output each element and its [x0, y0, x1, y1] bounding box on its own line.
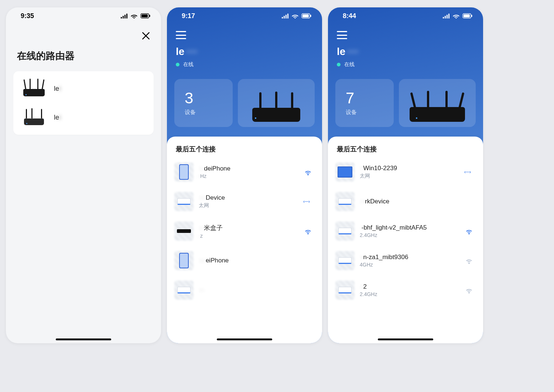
device-text: ···deiPhone·Hz: [199, 165, 296, 179]
connection-type-icon: [303, 228, 313, 234]
router-list-item[interactable]: lei: [13, 103, 154, 132]
device-subtext: 2.4GHz: [360, 291, 457, 297]
wifi-icon: [452, 13, 460, 18]
router-image: [247, 92, 306, 122]
svg-text:‹···›: ‹···›: [464, 169, 471, 175]
connection-type-icon: [464, 257, 474, 264]
online-label: 在线: [344, 61, 355, 68]
device-count: 7: [346, 90, 354, 106]
device-type-icon: [337, 252, 353, 269]
device-row[interactable]: ····Device太网‹···›: [167, 187, 322, 216]
svg-rect-4: [302, 14, 309, 17]
router-icon: [22, 81, 46, 96]
device-row[interactable]: ··n-za1_mibt93064GHz: [328, 246, 483, 275]
device-type-icon: [337, 282, 353, 298]
online-label: 在线: [183, 61, 194, 68]
section-title: 最后五个连接: [176, 145, 313, 154]
device-count-label: 设备: [185, 109, 196, 116]
device-subtext: 太网: [360, 173, 457, 179]
battery-icon: [462, 13, 473, 18]
router-list-card: lei lei: [13, 71, 154, 135]
router-name: lei: [54, 85, 61, 93]
device-subtext: ·Hz: [199, 173, 296, 179]
device-row[interactable]: ···rkDevice: [328, 187, 483, 216]
device-type-icon: [337, 193, 353, 210]
signal-icon: [442, 13, 450, 18]
device-count-card[interactable]: 3 设备: [174, 79, 233, 127]
device-subtext: ·z: [199, 233, 296, 239]
online-status: 在线: [337, 61, 474, 68]
status-time: 8:44: [343, 12, 356, 20]
device-row[interactable]: ··Win10-2239太网‹···›: [328, 157, 483, 187]
home-indicator[interactable]: [56, 338, 111, 340]
device-name: ···rkDevice: [360, 198, 457, 205]
device-count: 3: [185, 90, 193, 106]
svg-rect-9: [471, 15, 472, 17]
battery-icon: [140, 13, 151, 18]
menu-icon[interactable]: [337, 31, 347, 39]
device-text: ···: [199, 286, 296, 294]
device-count-card[interactable]: 7 设备: [335, 79, 394, 127]
device-name: ····Device: [199, 194, 296, 202]
device-type-icon: [176, 193, 192, 210]
device-text: ····Device太网: [199, 194, 296, 209]
menu-icon[interactable]: [176, 31, 186, 39]
device-name: ··n-za1_mibt9306: [360, 254, 457, 261]
device-name: ·-bhf_light-v2_mibtAFA5: [360, 224, 457, 231]
router-card[interactable]: [238, 79, 315, 127]
device-type-icon: [337, 223, 353, 239]
device-type-icon: [176, 252, 192, 269]
home-indicator[interactable]: [378, 338, 433, 340]
device-row[interactable]: ·-bhf_light-v2_mibtAFA52.4GHz: [328, 216, 483, 246]
network-name: le····: [176, 46, 313, 58]
device-text: ···米盒子·z: [199, 224, 296, 239]
device-name: ···deiPhone: [199, 165, 296, 172]
section-title: 最后五个连接: [337, 145, 474, 154]
online-dot-icon: [337, 63, 341, 66]
device-type-icon: [176, 282, 192, 298]
device-row[interactable]: ···: [167, 275, 322, 305]
device-row[interactable]: ···deiPhone·Hz: [167, 157, 322, 187]
page-title: 在线的路由器: [6, 41, 161, 71]
router-name: lei: [54, 114, 61, 121]
device-subtext: 4GHz: [360, 262, 457, 268]
svg-rect-2: [149, 15, 150, 17]
online-dot-icon: [176, 63, 179, 66]
svg-rect-5: [310, 15, 311, 17]
screen-dashboard-b: 8:44 le···· 在线 7 设备: [328, 7, 483, 343]
svg-rect-1: [141, 14, 148, 17]
device-type-icon: [176, 164, 192, 180]
device-text: ··n-za1_mibt93064GHz: [360, 254, 457, 268]
device-text: ····eiPhone: [199, 257, 296, 264]
connection-type-icon: [464, 228, 474, 234]
router-image: [408, 92, 467, 122]
device-text: ···rkDevice: [360, 198, 457, 205]
router-card[interactable]: [399, 79, 476, 127]
device-type-icon: [337, 164, 353, 180]
device-subtext: 太网: [199, 202, 296, 209]
device-row[interactable]: ··22.4GHz: [328, 275, 483, 305]
device-text: ··22.4GHz: [360, 283, 457, 297]
status-time: 9:35: [21, 12, 34, 20]
wifi-icon: [130, 13, 138, 18]
device-name: ··2: [360, 283, 457, 290]
device-row[interactable]: ···米盒子·z: [167, 216, 322, 246]
device-name: ····eiPhone: [199, 257, 296, 264]
battery-icon: [301, 13, 312, 18]
device-text: ·-bhf_light-v2_mibtAFA52.4GHz: [360, 224, 457, 238]
screen-dashboard-a: 9:17 le···· 在线 3 设备: [167, 7, 322, 343]
device-name: ···: [199, 286, 296, 294]
device-row[interactable]: ····eiPhone: [167, 246, 322, 275]
close-icon[interactable]: [141, 31, 151, 41]
connection-type-icon: ‹···›: [303, 199, 313, 204]
screen-router-list: 9:35 在线的路由器 lei: [6, 7, 161, 343]
wifi-icon: [291, 13, 299, 18]
home-indicator[interactable]: [217, 338, 272, 340]
connections-sheet: 最后五个连接 ···deiPhone·Hz····Device太网‹···›··…: [167, 137, 322, 343]
device-name: ···米盒子: [199, 224, 296, 232]
router-list-item[interactable]: lei: [13, 74, 154, 103]
connection-type-icon: [303, 169, 313, 175]
signal-icon: [281, 13, 289, 18]
status-icons: [442, 13, 473, 18]
device-subtext: 2.4GHz: [360, 232, 457, 238]
